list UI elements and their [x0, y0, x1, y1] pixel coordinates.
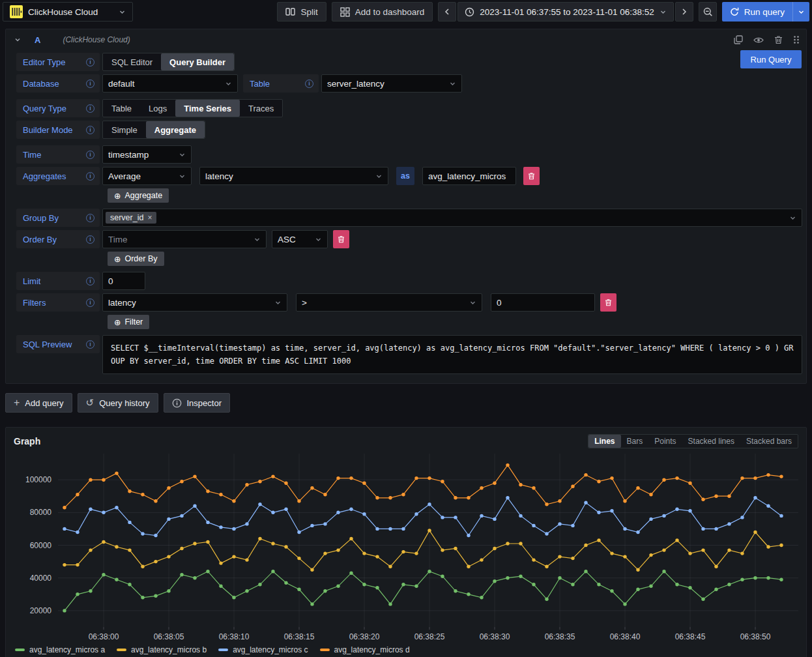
builder-mode-aggregate[interactable]: Aggregate [146, 121, 205, 138]
panel-run-query-button[interactable]: Run Query [740, 50, 802, 68]
split-label: Split [300, 7, 317, 17]
add-to-dashboard-button[interactable]: Add to dashboard [332, 2, 433, 22]
circle-plus-icon: ⊕ [114, 191, 121, 201]
graph-style-lines[interactable]: Lines [588, 435, 620, 448]
add-filter-button[interactable]: ⊕ Filter [108, 315, 149, 329]
legend-item-series-a[interactable]: avg_latency_micros a [15, 645, 105, 654]
query-type-time-series[interactable]: Time Series [175, 100, 240, 117]
graph-header: Graph Lines Bars Points Stacked lines St… [6, 428, 806, 450]
legend-item-series-d[interactable]: avg_latency_micros d [320, 645, 410, 654]
info-icon[interactable]: i [86, 104, 94, 113]
info-icon[interactable]: i [86, 299, 94, 307]
field-label-sql-preview: SQL Preview i [16, 335, 100, 353]
svg-text:06:38:30: 06:38:30 [480, 632, 510, 641]
table-select[interactable]: server_latency [321, 74, 462, 93]
info-icon[interactable]: i [86, 151, 94, 159]
field-label-limit: Limit i [16, 272, 100, 290]
graph-style-points[interactable]: Points [648, 435, 682, 448]
svg-text:60000: 60000 [30, 541, 52, 550]
circle-plus-icon: ⊕ [114, 317, 121, 327]
add-query-button[interactable]: + Add query [5, 393, 72, 413]
info-icon[interactable]: i [86, 58, 94, 66]
legend-item-series-b[interactable]: avg_latency_micros b [117, 645, 207, 654]
datasource-name: ClickHouse Cloud [28, 7, 113, 17]
group-by-tag: server_id × [106, 212, 156, 224]
inspector-button[interactable]: Inspector [164, 393, 230, 413]
zoom-out-button[interactable] [699, 2, 717, 22]
time-back-button[interactable] [438, 2, 456, 22]
collapse-chevron-icon[interactable] [14, 36, 22, 44]
info-icon[interactable]: i [86, 172, 94, 181]
time-series-chart[interactable]: 2000040000600008000010000006:38:0006:38:… [6, 450, 807, 645]
time-column-select[interactable]: timestamp [102, 145, 192, 164]
editor-type-query-builder[interactable]: Query Builder [161, 53, 234, 70]
order-by-direction-select[interactable]: ASC [272, 230, 328, 248]
filter-value-input[interactable]: 0 [491, 293, 595, 312]
filter-value: 0 [497, 298, 502, 308]
builder-mode-simple[interactable]: Simple [103, 121, 146, 138]
remove-query-icon[interactable] [774, 35, 783, 44]
aggregate-column-select[interactable]: latency [199, 167, 388, 185]
field-label-aggregates: Aggregates i [16, 167, 100, 185]
inspector-info-icon [172, 398, 182, 408]
graph-style-toggle: Lines Bars Points Stacked lines Stacked … [588, 434, 798, 448]
add-filter-label: Filter [124, 317, 143, 327]
run-query-dropdown[interactable] [792, 2, 809, 22]
aggregate-alias-input[interactable]: avg_latency_micros [422, 167, 516, 185]
run-query-button[interactable]: Run query [722, 2, 792, 22]
toggle-visibility-icon[interactable] [753, 36, 764, 44]
query-type-logs[interactable]: Logs [140, 100, 175, 117]
database-select[interactable]: default [102, 74, 238, 93]
circle-plus-icon: ⊕ [114, 254, 121, 264]
info-icon[interactable]: i [86, 277, 94, 285]
svg-text:06:38:25: 06:38:25 [414, 632, 445, 641]
order-by-label: Order By [23, 235, 57, 244]
remove-order-by-button[interactable] [333, 230, 349, 248]
info-icon[interactable]: i [86, 80, 94, 88]
info-icon[interactable]: i [305, 80, 313, 88]
limit-input[interactable]: 0 [102, 272, 145, 290]
time-forward-button[interactable] [675, 2, 693, 22]
order-by-column-select[interactable]: Time [102, 230, 267, 248]
group-by-multiselect[interactable]: server_id × [102, 209, 802, 227]
chevron-down-icon [315, 236, 322, 243]
time-range-picker[interactable]: 2023-11-01 06:37:55 to 2023-11-01 06:38:… [457, 2, 673, 22]
legend-item-series-c[interactable]: avg_latency_micros c [218, 645, 308, 654]
info-icon[interactable]: i [86, 235, 94, 244]
remove-tag-icon[interactable]: × [147, 213, 152, 222]
explore-page: ClickHouse Cloud Split Add to dashboard [0, 0, 812, 657]
query-history-button[interactable]: ↺ Query history [78, 393, 158, 413]
duplicate-query-icon[interactable] [734, 35, 743, 44]
split-button[interactable]: Split [277, 2, 326, 22]
aggregate-function-select[interactable]: Average [102, 167, 192, 185]
remove-filter-button[interactable] [600, 293, 616, 312]
run-query-split-button: Run query [722, 2, 809, 22]
field-label-table: Table i [243, 74, 319, 93]
add-aggregate-button[interactable]: ⊕ Aggregate [108, 188, 169, 203]
query-type-table[interactable]: Table [103, 100, 140, 117]
info-icon[interactable]: i [86, 126, 94, 134]
graph-style-stacked-bars[interactable]: Stacked bars [740, 435, 798, 448]
top-bar: ClickHouse Cloud Split Add to dashboard [0, 0, 812, 23]
remove-aggregate-button[interactable] [523, 167, 540, 185]
graph-style-bars[interactable]: Bars [621, 435, 649, 448]
drag-handle-icon[interactable] [793, 35, 800, 44]
datasource-picker[interactable]: ClickHouse Cloud [3, 2, 133, 22]
filter-operator-select[interactable]: > [296, 293, 482, 312]
svg-text:06:38:50: 06:38:50 [740, 632, 771, 641]
editor-type-sql-editor[interactable]: SQL Editor [103, 53, 161, 70]
time-range-label: 2023-11-01 06:37:55 to 2023-11-01 06:38:… [480, 7, 654, 17]
info-icon[interactable]: i [86, 214, 94, 222]
filter-column-select[interactable]: latency [102, 293, 287, 312]
field-label-group-by: Group By i [16, 209, 100, 227]
query-ref-id[interactable]: A [35, 35, 40, 45]
add-order-by-button[interactable]: ⊕ Order By [108, 252, 164, 266]
svg-text:06:38:45: 06:38:45 [675, 632, 706, 641]
filters-label: Filters [23, 298, 46, 308]
query-datasource-hint: (ClickHouse Cloud) [63, 35, 130, 44]
graph-panel: Graph Lines Bars Points Stacked lines St… [5, 427, 807, 657]
graph-style-stacked-lines[interactable]: Stacked lines [682, 435, 740, 448]
chevron-down-icon [660, 8, 667, 16]
info-icon[interactable]: i [86, 340, 94, 349]
query-type-traces[interactable]: Traces [240, 100, 282, 117]
